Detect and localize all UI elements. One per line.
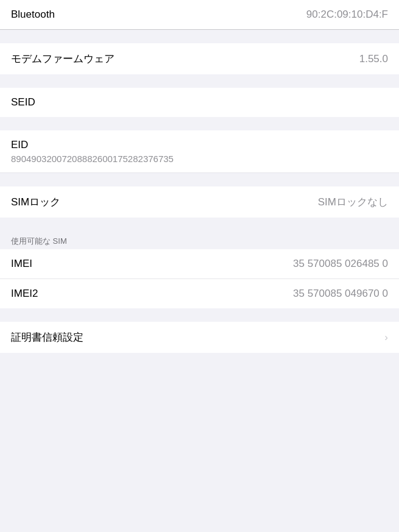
bluetooth-value: 90:2C:09:10:D4:F [306, 9, 388, 21]
modem-label: モデムファームウェア [11, 52, 115, 66]
simlock-row: SIMロック SIMロックなし [0, 186, 399, 218]
eid-group: EID 89049032007208882600175282376735 [0, 130, 399, 173]
bluetooth-label: Bluetooth [11, 9, 55, 21]
spacer-1 [0, 30, 399, 43]
cert-group: 証明書信頼設定 › [0, 322, 399, 353]
sim-section-header: 使用可能な SIM [0, 231, 399, 249]
cert-label: 証明書信頼設定 [11, 330, 83, 344]
simlock-value: SIMロックなし [318, 195, 388, 209]
seid-group: SEID [0, 88, 399, 117]
imei2-value: 35 570085 049670 0 [293, 288, 388, 300]
eid-row: EID 89049032007208882600175282376735 [0, 130, 399, 173]
imei2-row: IMEI2 35 570085 049670 0 [0, 279, 399, 308]
imei-value: 35 570085 026485 0 [293, 258, 388, 270]
imei-group: IMEI 35 570085 026485 0 IMEI2 35 570085 … [0, 249, 399, 308]
imei-row: IMEI 35 570085 026485 0 [0, 249, 399, 279]
spacer-2 [0, 74, 399, 88]
modem-group: モデムファームウェア 1.55.0 [0, 43, 399, 74]
modem-row: モデムファームウェア 1.55.0 [0, 43, 399, 74]
spacer-4 [0, 173, 399, 186]
seid-label: SEID [11, 96, 35, 108]
settings-page: Bluetooth 90:2C:09:10:D4:F モデムファームウェア 1.… [0, 0, 399, 532]
bluetooth-row: Bluetooth 90:2C:09:10:D4:F [0, 0, 399, 30]
spacer-6 [0, 308, 399, 322]
seid-row: SEID [0, 88, 399, 117]
simlock-label: SIMロック [11, 195, 60, 209]
cert-row[interactable]: 証明書信頼設定 › [0, 322, 399, 353]
chevron-right-icon: › [384, 332, 388, 344]
simlock-group: SIMロック SIMロックなし [0, 186, 399, 218]
imei2-label: IMEI2 [11, 288, 38, 300]
eid-value: 89049032007208882600175282376735 [11, 154, 388, 164]
modem-value: 1.55.0 [359, 53, 388, 65]
spacer-5 [0, 218, 399, 231]
eid-label: EID [11, 139, 388, 151]
spacer-3 [0, 117, 399, 130]
imei-label: IMEI [11, 258, 32, 270]
